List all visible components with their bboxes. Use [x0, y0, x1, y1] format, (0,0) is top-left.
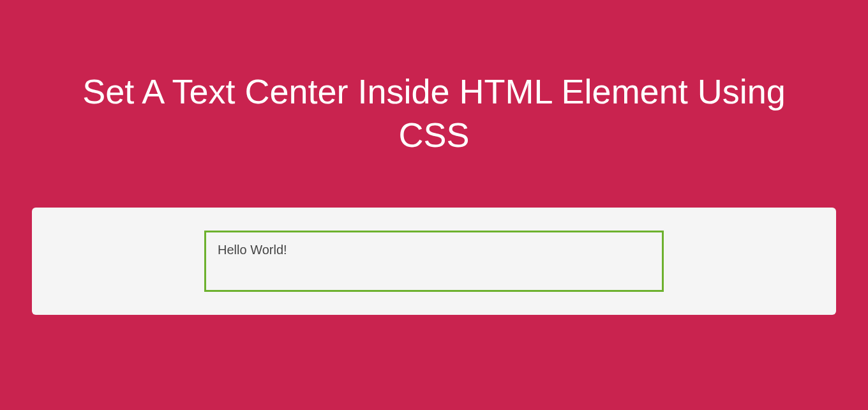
- page-title: Set A Text Center Inside HTML Element Us…: [0, 0, 868, 195]
- content-card: Hello World!: [32, 208, 836, 315]
- demo-box-text: Hello World!: [218, 243, 287, 257]
- demo-box: Hello World!: [204, 231, 664, 292]
